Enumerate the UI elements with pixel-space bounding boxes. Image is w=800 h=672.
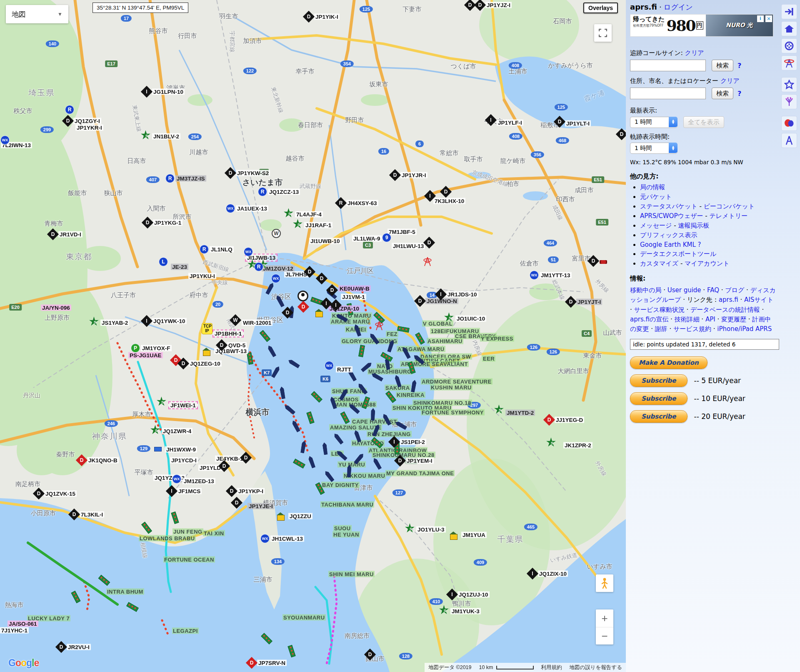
station-label[interactable]: 7K3LHX-10 xyxy=(433,198,465,204)
map-type-dropdown[interactable]: 地図 ▼ xyxy=(6,5,68,23)
station-marker-dD[interactable]: D xyxy=(304,266,315,277)
map-canvas[interactable]: 埼玉県東京都神奈川県千葉県さいたま市横浜市熊谷市行田市羽生市加須市幸手市下妻市石… xyxy=(0,0,626,672)
station-marker-dD[interactable]: D xyxy=(178,358,189,369)
station-marker-dD[interactable]: D xyxy=(62,115,73,126)
station-marker-sS[interactable]: ★S xyxy=(445,313,455,324)
sidebar-link[interactable]: カスタマイズ xyxy=(640,260,678,267)
station-marker-cL[interactable]: L xyxy=(158,256,169,267)
station-marker-sS[interactable]: ★S xyxy=(293,220,304,231)
ship-label[interactable]: FORTUNE SYMPHONY xyxy=(421,409,485,416)
station-marker-dI[interactable]: I xyxy=(166,486,177,496)
station-marker-dD[interactable]: D xyxy=(440,186,451,197)
fullscreen-button[interactable] xyxy=(594,24,612,42)
compass-divider-icon[interactable] xyxy=(781,133,797,148)
station-marker-cR[interactable]: R xyxy=(253,261,264,272)
ship-label[interactable]: EER xyxy=(482,356,495,362)
subscribe-button[interactable]: Subscribe xyxy=(630,374,688,387)
ship-label[interactable]: AMAZING SALUTE xyxy=(329,424,382,431)
donate-button[interactable]: Make A Donation xyxy=(630,356,708,369)
station-marker-dD[interactable]: D xyxy=(240,452,251,463)
station-label[interactable]: JE-23 xyxy=(171,264,188,270)
station-marker-dD[interactable]: D xyxy=(56,642,67,652)
ship-label[interactable]: TAI XIN xyxy=(203,530,225,537)
station-label[interactable]: JF1MCS xyxy=(177,488,202,494)
ship-label[interactable]: YU MARU xyxy=(338,461,366,468)
station-marker-sS[interactable]: ★S xyxy=(90,317,100,328)
pegman-control[interactable] xyxy=(596,574,613,592)
station-marker-c9[interactable]: 9 xyxy=(381,232,392,243)
station-marker-dD[interactable]: D xyxy=(390,170,400,181)
sidebar-link[interactable]: ビーコンパケット xyxy=(704,203,755,210)
antenna-tower-icon[interactable] xyxy=(781,55,797,70)
station-marker-hs[interactable] xyxy=(277,512,288,522)
station-marker-cR[interactable]: R xyxy=(257,186,268,197)
station-label[interactable]: JM1YOX-F xyxy=(141,345,172,351)
station-marker-dD[interactable]: D xyxy=(424,237,435,248)
ship-label[interactable]: KINREIKA xyxy=(396,392,425,398)
station-marker-dD[interactable]: D xyxy=(365,649,375,660)
station-label[interactable]: JM3TJZ-IS xyxy=(175,176,206,182)
station-marker-dD[interactable]: D xyxy=(327,285,338,296)
station-label[interactable]: JS1PEI-2 xyxy=(400,439,426,445)
station-label[interactable]: JP1YKP-I xyxy=(237,488,265,494)
sidebar-link[interactable]: サービス規約 xyxy=(673,325,711,333)
station-marker-dI[interactable]: I xyxy=(425,191,435,201)
login-link[interactable]: ログイン xyxy=(664,3,693,11)
sidebar-link[interactable]: FAQ xyxy=(707,286,719,294)
address-search-button[interactable]: 検索 xyxy=(712,88,733,99)
station-marker-cWX[interactable]: WX xyxy=(270,273,281,284)
station-label[interactable]: JH1WXW-9 xyxy=(165,446,197,453)
terms-link[interactable]: 利用規約 xyxy=(538,663,566,672)
address-help-link[interactable]: ? xyxy=(738,90,741,98)
station-label[interactable]: JI1UWB-10 xyxy=(309,238,341,244)
station-marker-tcp[interactable]: TCPIP xyxy=(202,323,212,334)
sidebar-link[interactable]: APRS/CWOPウェザー xyxy=(640,212,703,220)
station-marker-dD[interactable]: D xyxy=(33,488,44,499)
station-label[interactable]: JP1BHH-1 xyxy=(212,330,244,338)
station-label[interactable]: JQ1ZEG-10 xyxy=(189,361,222,367)
callsign-help-link[interactable]: ? xyxy=(738,62,741,70)
station-marker-dD[interactable]: D xyxy=(226,486,237,496)
ship-label[interactable]: Y EXPRESS xyxy=(480,336,514,342)
station-marker-tw[interactable] xyxy=(375,321,386,331)
station-label[interactable]: RJTT xyxy=(336,366,352,373)
station-label[interactable]: JL1LWA-9 xyxy=(352,236,382,242)
station-marker-dI[interactable]: I xyxy=(435,289,446,300)
station-label[interactable]: JQ1ZGY-I xyxy=(73,118,101,124)
station-label[interactable]: JH1CWL-13 xyxy=(270,536,304,542)
station-marker-tw[interactable] xyxy=(423,256,434,267)
station-label[interactable]: JH4XSY-63 xyxy=(346,200,378,206)
station-label[interactable]: JA1UEX-13 xyxy=(236,206,268,212)
sidebar-link[interactable]: 元パケット xyxy=(640,193,672,201)
sidebar-link[interactable]: 変更履歴 xyxy=(721,316,746,323)
station-label[interactable]: JQ1ZUJ-10 xyxy=(458,592,490,598)
ship-label[interactable]: MY GRAND TAJIMA ONE xyxy=(385,470,455,476)
login-arrow-icon[interactable] xyxy=(781,4,797,19)
station-marker-cWX[interactable]: WX xyxy=(324,360,335,371)
station-label[interactable]: JP1YEM-I xyxy=(405,458,434,464)
station-marker-dI[interactable]: I xyxy=(330,300,341,311)
station-marker-dD[interactable]: D xyxy=(219,461,230,471)
ship-label[interactable]: KUSHIN MARU xyxy=(430,384,472,391)
station-label[interactable]: JM1ZED-13 xyxy=(182,478,215,484)
station-label[interactable]: JO1YLU-3 xyxy=(416,527,446,533)
station-label[interactable]: 7L3KIL-I xyxy=(80,512,104,518)
station-marker-dW[interactable]: W xyxy=(230,315,241,326)
station-label[interactable]: JH1LWU-13 xyxy=(392,243,425,249)
station-label[interactable]: JP1YKW-S2 xyxy=(236,170,270,176)
station-marker-rD[interactable]: D xyxy=(246,657,257,668)
ship-label[interactable]: LOWLANDS BRABU xyxy=(139,535,196,542)
station-label[interactable]: JM1YTT-13 xyxy=(540,272,572,278)
station-label[interactable]: JQ1ZIX-10 xyxy=(538,571,568,577)
station-label[interactable]: JP1YKR-I xyxy=(75,125,103,131)
address-input[interactable] xyxy=(630,88,706,99)
station-label[interactable]: JP1YLT-I xyxy=(565,120,591,127)
station-marker-dD[interactable]: D xyxy=(282,307,293,318)
station-marker-dD[interactable]: D xyxy=(142,217,153,228)
sidebar-link[interactable]: データエクスポートツール xyxy=(640,250,716,258)
station-marker-cWX[interactable]: WX xyxy=(225,203,236,214)
star-icon[interactable] xyxy=(781,77,797,92)
station-label[interactable]: JP1YJT-I xyxy=(576,299,602,305)
station-marker-dD[interactable]: D xyxy=(588,256,599,266)
ship-label[interactable]: SYOUANMARU xyxy=(282,614,326,621)
